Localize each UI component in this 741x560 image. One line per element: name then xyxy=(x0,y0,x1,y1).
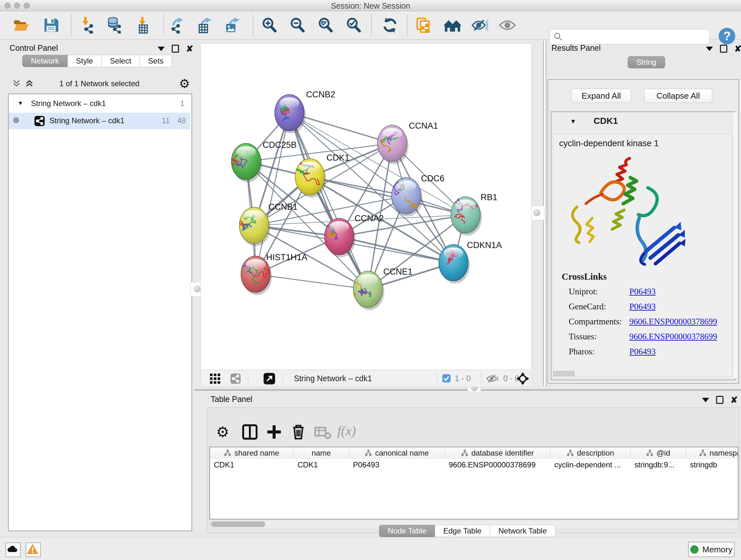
import-network-database-icon[interactable] xyxy=(106,17,123,34)
node-CDC6[interactable]: CDC6 xyxy=(392,174,445,216)
collapse-all-button[interactable]: Collapse All xyxy=(644,89,712,103)
tab-edge-table[interactable]: Edge Table xyxy=(435,525,490,537)
import-table-file-icon[interactable] xyxy=(135,17,151,34)
tab-sets[interactable]: Sets xyxy=(140,55,172,67)
zoom-selected-icon[interactable] xyxy=(345,17,362,34)
node-HIST1H1A[interactable]: HIST1H1A xyxy=(234,253,307,295)
zoom-out-icon[interactable] xyxy=(289,17,306,34)
cloud-status-button[interactable] xyxy=(5,543,21,557)
float-panel-icon[interactable] xyxy=(720,45,727,53)
crosslink-tissues-link[interactable]: 9606.ENSP00000378699 xyxy=(629,332,717,341)
collapse-panel-icon[interactable] xyxy=(702,398,709,402)
node-CCNE1[interactable]: CCNE1 xyxy=(347,267,413,310)
open-session-icon[interactable] xyxy=(13,17,29,34)
tab-select[interactable]: Select xyxy=(102,55,140,67)
crosslink-compartments-link[interactable]: 9606.ENSP00000378699 xyxy=(629,317,717,327)
tab-node-table[interactable]: Node Table xyxy=(379,525,435,537)
results-vscrollbar[interactable] xyxy=(733,112,738,379)
edge-HIST1H1A-CCNE1[interactable] xyxy=(256,274,368,289)
cell-sharedname[interactable]: CDK1 xyxy=(210,459,293,470)
network-options-gear-icon[interactable]: ⚙ xyxy=(179,77,190,91)
network-collection-label: String Network – cdk1 xyxy=(31,99,106,108)
birds-eye-view-icon[interactable] xyxy=(210,373,220,384)
collapse-panel-icon[interactable] xyxy=(158,47,165,51)
cell-description[interactable]: cyclin-dependent ... xyxy=(550,459,630,470)
fit-selection-target-icon[interactable] xyxy=(516,372,529,385)
tab-string[interactable]: String xyxy=(628,56,665,68)
open-in-window-icon[interactable] xyxy=(263,373,275,385)
expand-all-button[interactable]: Expand All xyxy=(571,89,631,103)
node-CDK1[interactable]: CDK1 xyxy=(295,153,349,198)
memory-button[interactable]: Memory xyxy=(688,542,735,557)
toolbar-separator xyxy=(407,14,408,36)
cell-namespace[interactable]: stringdb xyxy=(686,459,738,470)
float-panel-icon[interactable] xyxy=(716,396,724,404)
crosslink-uniprot-link[interactable]: P06493 xyxy=(629,287,656,297)
export-image-icon[interactable] xyxy=(224,17,241,34)
tab-network-table[interactable]: Network Table xyxy=(490,525,556,537)
tree-expander-icon[interactable]: ▼ xyxy=(17,100,23,107)
show-all-icon[interactable] xyxy=(499,17,516,34)
crosslink-pharos-link[interactable]: P06493 xyxy=(629,347,656,357)
right-splitter-handle[interactable] xyxy=(530,206,544,220)
close-panel-icon[interactable]: ✘ xyxy=(186,46,193,52)
create-column-icon[interactable] xyxy=(265,423,283,441)
node-CCNB1[interactable]: CCNB1 xyxy=(237,202,298,246)
current-network-name: String Network – cdk1 xyxy=(294,374,372,383)
edge-CCNB2-CCNE1[interactable] xyxy=(289,113,368,289)
import-network-file-icon[interactable] xyxy=(78,17,95,34)
node-result-body: cyclin-dependent kinase 1 xyxy=(553,134,732,377)
network-collection-row[interactable]: ▼ String Network – cdk1 1 xyxy=(9,96,190,113)
node-RB1[interactable]: RB1 xyxy=(448,192,497,236)
network-from-selection-icon[interactable] xyxy=(416,17,432,34)
collapse-panel-icon[interactable] xyxy=(706,47,713,51)
zoom-fit-content-icon[interactable] xyxy=(317,17,334,34)
close-panel-icon[interactable]: ✘ xyxy=(734,46,741,52)
network-selection-status: 1 of 1 Network selected xyxy=(8,79,191,88)
cell-databaseidentifier[interactable]: 9606.ENSP00000378699 xyxy=(445,459,550,470)
selected-checkbox-icon[interactable] xyxy=(442,374,451,383)
network-graph[interactable]: CCNB2CCNA1CDC25BCDK1CDC6RB1CCNB1CCNA2CDK… xyxy=(201,44,531,370)
column-header-sharedname[interactable]: shared name xyxy=(210,447,293,459)
node-CDKN1A[interactable]: CDKN1A xyxy=(439,240,502,284)
separator xyxy=(529,372,530,385)
edge-CCNA2-CDKN1A[interactable] xyxy=(339,237,454,263)
column-header-description[interactable]: description xyxy=(550,447,630,459)
network-view-canvas[interactable]: CCNB2CCNA1CDC25BCDK1CDC6RB1CCNB1CCNA2CDK… xyxy=(200,44,532,370)
zoom-in-icon[interactable] xyxy=(261,17,278,34)
column-header-namespace[interactable]: namespace xyxy=(686,447,738,459)
crosslink-genecard-link[interactable]: P06493 xyxy=(629,302,656,312)
export-network-icon[interactable] xyxy=(169,17,186,34)
float-panel-icon[interactable] xyxy=(172,45,179,53)
network-overview-icon[interactable] xyxy=(230,373,241,384)
cell-canonicalname[interactable]: P06493 xyxy=(349,459,445,470)
save-session-icon[interactable] xyxy=(43,17,59,34)
export-table-icon[interactable] xyxy=(197,17,213,34)
cell-id[interactable]: stringdb:9... xyxy=(630,459,686,470)
warning-status-button[interactable] xyxy=(25,543,41,557)
column-header-id[interactable]: @id xyxy=(630,447,686,459)
node-table[interactable]: shared namenamecanonical namedatabase id… xyxy=(209,447,738,519)
edge-CCNB2-HIST1H1A[interactable] xyxy=(256,113,289,274)
section-expander-icon[interactable]: ▼ xyxy=(570,118,576,125)
column-header-canonicalname[interactable]: canonical name xyxy=(349,447,445,459)
network-row-selected[interactable]: String Network – cdk1 11 48 xyxy=(9,113,190,129)
tab-network[interactable]: Network xyxy=(22,55,68,67)
column-header-name[interactable]: name xyxy=(293,447,349,459)
hidden-eye-icon[interactable] xyxy=(486,374,499,383)
delete-column-icon[interactable] xyxy=(289,423,307,441)
first-neighbors-icon[interactable] xyxy=(444,17,461,34)
table-options-gear-icon[interactable]: ⚙ xyxy=(216,423,234,441)
node-label-CDKN1A: CDKN1A xyxy=(467,240,502,250)
hide-selected-icon[interactable] xyxy=(472,17,488,34)
node-CCNA1[interactable]: CCNA1 xyxy=(378,121,438,164)
refresh-view-icon[interactable] xyxy=(382,17,398,34)
show-columns-icon[interactable] xyxy=(241,423,259,441)
close-panel-icon[interactable]: ✘ xyxy=(731,397,738,403)
cell-name[interactable]: CDK1 xyxy=(293,459,349,470)
inner-hscrollbar-thumb[interactable] xyxy=(553,371,575,376)
tab-style[interactable]: Style xyxy=(68,55,102,67)
column-header-databaseidentifier[interactable]: database identifier xyxy=(445,447,550,459)
table-hscrollbar-thumb[interactable] xyxy=(211,521,265,527)
crosslink-label: Compartments: xyxy=(569,317,622,327)
